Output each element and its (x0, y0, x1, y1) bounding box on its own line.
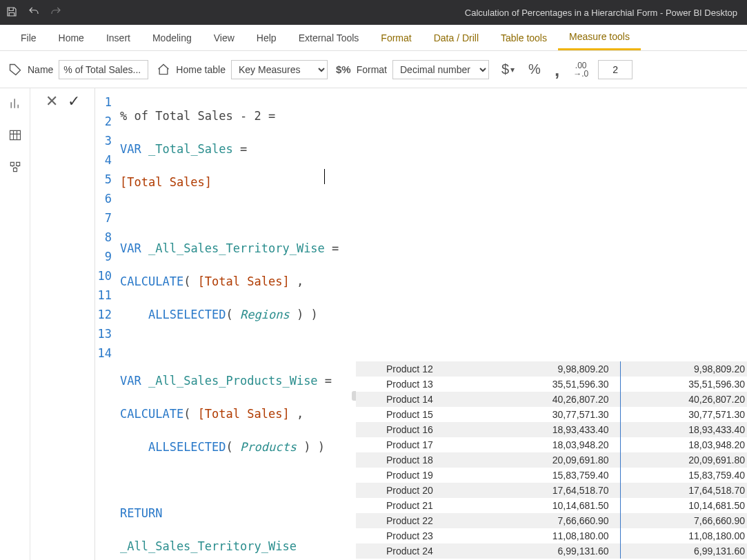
tab-external-tools[interactable]: External Tools (288, 25, 370, 50)
table-row[interactable]: Product 1530,77,571.3030,77,571.30 (356, 407, 747, 422)
table-row[interactable]: Product 227,66,660.907,66,660.90 (356, 513, 747, 528)
table-row[interactable]: Product 2017,64,518.7017,64,518.70 (356, 483, 747, 498)
value-cell: 9,98,809.20 (620, 361, 747, 377)
value-cell: 40,26,807.20 (484, 392, 620, 407)
save-icon[interactable] (6, 6, 18, 20)
value-cell: 11,08,180.00 (620, 528, 747, 543)
home-table-label: Home table (176, 64, 226, 75)
value-cell: 18,03,948.20 (620, 437, 747, 452)
format-select[interactable]: Decimal number (392, 60, 489, 79)
cancel-formula-icon[interactable]: ✕ (46, 94, 58, 109)
data-table-visual[interactable]: Product 129,98,809.209,98,809.20Product … (356, 361, 747, 559)
value-cell: 17,64,518.70 (620, 483, 747, 498)
ribbon-tabs: File Home Insert Modeling View Help Exte… (0, 25, 747, 51)
product-cell: Product 14 (356, 392, 484, 407)
product-cell: Product 13 (356, 377, 484, 392)
value-cell: 18,93,433.40 (484, 422, 620, 437)
value-cell: 15,83,759.40 (484, 468, 620, 483)
drag-handle-icon[interactable] (352, 391, 356, 401)
product-cell: Product 16 (356, 422, 484, 437)
title-bar: Calculation of Percentages in a Hierarch… (0, 0, 747, 25)
undo-icon[interactable] (28, 6, 40, 20)
product-cell: Product 23 (356, 528, 484, 543)
value-cell: 30,77,571.30 (484, 407, 620, 422)
product-cell: Product 22 (356, 513, 484, 528)
currency-button[interactable]: $▾ (497, 61, 519, 77)
ribbon: Name Home table Key Measures $% Format D… (0, 51, 747, 88)
decimal-places-input[interactable]: 2 (598, 60, 633, 79)
value-cell: 7,66,660.90 (484, 513, 620, 528)
thousands-button[interactable]: , (550, 63, 564, 76)
data-view-icon[interactable] (6, 126, 25, 145)
format-icon: $% (336, 63, 351, 75)
product-cell: Product 21 (356, 498, 484, 513)
product-cell: Product 19 (356, 468, 484, 483)
tab-data-drill[interactable]: Data / Drill (423, 25, 490, 50)
value-cell: 10,14,681.50 (484, 498, 620, 513)
value-cell: 6,99,131.60 (620, 543, 747, 559)
product-cell: Product 12 (356, 361, 484, 377)
percent-button[interactable]: % (524, 61, 545, 77)
tab-measure-tools[interactable]: Measure tools (558, 25, 641, 50)
tab-modeling[interactable]: Modeling (141, 25, 203, 50)
report-view-icon[interactable] (6, 94, 25, 113)
text-cursor (324, 169, 325, 184)
value-cell: 20,09,691.80 (484, 452, 620, 468)
tab-view[interactable]: View (203, 25, 246, 50)
tab-insert[interactable]: Insert (95, 25, 141, 50)
value-cell: 20,09,691.80 (620, 452, 747, 468)
value-cell: 10,14,681.50 (620, 498, 747, 513)
table-row[interactable]: Product 129,98,809.209,98,809.20 (356, 361, 747, 377)
value-cell: 6,99,131.60 (484, 543, 620, 559)
home-table-select[interactable]: Key Measures (231, 60, 328, 79)
format-label: Format (357, 64, 387, 75)
value-cell: 11,08,180.00 (484, 528, 620, 543)
window-title: Calculation of Percentages in a Hierarch… (62, 8, 741, 18)
tab-table-tools[interactable]: Table tools (490, 25, 558, 50)
table-row[interactable]: Product 1440,26,807.2040,26,807.20 (356, 392, 747, 407)
redo-icon[interactable] (50, 6, 62, 20)
line-number-gutter: 1234567891011121314 (95, 88, 116, 560)
tab-help[interactable]: Help (246, 25, 288, 50)
value-cell: 35,51,596.30 (620, 377, 747, 392)
tab-format[interactable]: Format (370, 25, 422, 50)
value-cell: 40,26,807.20 (620, 392, 747, 407)
tab-home[interactable]: Home (48, 25, 95, 50)
table-row[interactable]: Product 1820,09,691.8020,09,691.80 (356, 452, 747, 468)
model-view-icon[interactable] (6, 157, 25, 177)
table-row[interactable]: Product 1718,03,948.2018,03,948.20 (356, 437, 747, 452)
product-cell: Product 18 (356, 452, 484, 468)
product-cell: Product 17 (356, 437, 484, 452)
table-row[interactable]: Product 2311,08,180.0011,08,180.00 (356, 528, 747, 543)
value-cell: 30,77,571.30 (620, 407, 747, 422)
table-row[interactable]: Product 1335,51,596.3035,51,596.30 (356, 377, 747, 392)
table-row[interactable]: Product 1618,93,433.4018,93,433.40 (356, 422, 747, 437)
table-row[interactable]: Product 246,99,131.606,99,131.60 (356, 543, 747, 559)
name-label: Name (28, 64, 53, 75)
product-cell: Product 20 (356, 483, 484, 498)
commit-formula-icon[interactable]: ✓ (68, 94, 80, 109)
value-cell: 18,93,433.40 (620, 422, 747, 437)
home-icon (157, 63, 170, 77)
measure-name-input[interactable] (59, 60, 148, 79)
value-cell: 15,83,759.40 (620, 468, 747, 483)
product-cell: Product 15 (356, 407, 484, 422)
product-cell: Product 24 (356, 543, 484, 559)
tab-file[interactable]: File (10, 25, 48, 50)
value-cell: 35,51,596.30 (484, 377, 620, 392)
tag-icon (8, 63, 22, 77)
table-row[interactable]: Product 2110,14,681.5010,14,681.50 (356, 498, 747, 513)
value-cell: 7,66,660.90 (620, 513, 747, 528)
table-row[interactable]: Product 1915,83,759.4015,83,759.40 (356, 468, 747, 483)
value-cell: 9,98,809.20 (484, 361, 620, 377)
value-cell: 17,64,518.70 (484, 483, 620, 498)
decimal-shift-button[interactable]: .00→.0 (569, 61, 592, 78)
left-nav (0, 88, 30, 560)
value-cell: 18,03,948.20 (484, 437, 620, 452)
